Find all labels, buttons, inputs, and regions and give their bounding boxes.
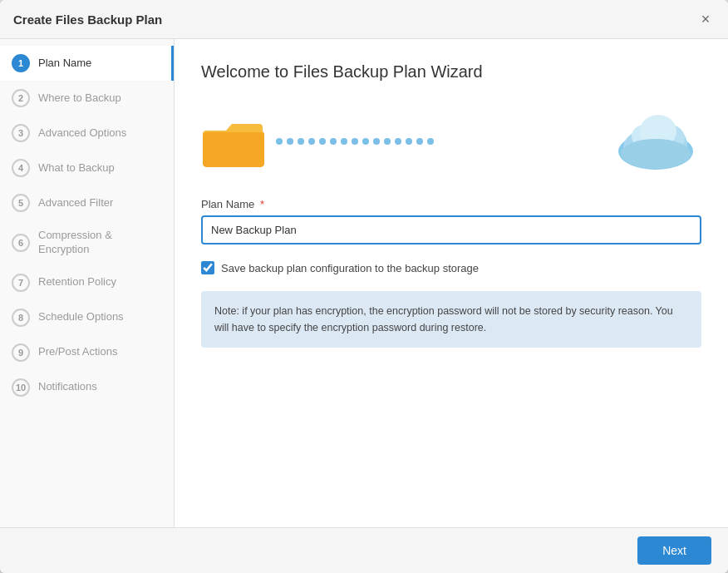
dot (319, 138, 326, 145)
dot (341, 138, 347, 145)
sidebar-item-compression-encryption[interactable]: 6 Compression & Encryption (0, 220, 174, 265)
sidebar: 1 Plan Name 2 Where to Backup 3 Advanced… (0, 39, 175, 527)
plan-name-group: Plan Name * (201, 198, 701, 245)
sidebar-label-pre-post-actions: Pre/Post Actions (38, 345, 117, 359)
dots-line (268, 140, 610, 143)
sidebar-item-what-to-backup[interactable]: 4 What to Backup (0, 151, 174, 185)
sidebar-label-retention-policy: Retention Policy (38, 275, 116, 289)
sidebar-label-plan-name: Plan Name (38, 57, 91, 71)
dot (352, 138, 358, 145)
next-button[interactable]: Next (637, 536, 711, 565)
dot (427, 138, 434, 145)
svg-point-9 (621, 139, 691, 169)
sidebar-item-schedule-options[interactable]: 8 Schedule Options (0, 300, 174, 335)
dot (362, 138, 369, 145)
dot (298, 138, 304, 145)
close-button[interactable]: × (696, 10, 715, 28)
wizard-title: Welcome to Files Backup Plan Wizard (201, 62, 701, 82)
step-number-8: 8 (12, 309, 30, 327)
dot (276, 138, 283, 145)
svg-rect-1 (203, 132, 264, 167)
cloud-icon (610, 108, 701, 175)
folder-icon (201, 112, 268, 170)
plan-name-input[interactable] (201, 215, 701, 245)
plan-name-label: Plan Name * (201, 198, 701, 210)
step-number-7: 7 (12, 274, 30, 292)
step-number-3: 3 (12, 124, 30, 142)
sidebar-label-schedule-options: Schedule Options (38, 310, 124, 324)
dot (373, 138, 380, 145)
save-config-checkbox[interactable] (201, 261, 214, 274)
dot (384, 138, 391, 145)
sidebar-item-where-to-backup[interactable]: 2 Where to Backup (0, 81, 174, 116)
dot (308, 138, 315, 145)
sidebar-item-plan-name[interactable]: 1 Plan Name (0, 46, 174, 81)
sidebar-label-where-to-backup: Where to Backup (38, 91, 121, 106)
sidebar-item-advanced-options[interactable]: 3 Advanced Options (0, 116, 174, 151)
dialog-body: 1 Plan Name 2 Where to Backup 3 Advanced… (0, 39, 728, 527)
step-number-6: 6 (12, 234, 30, 252)
sidebar-label-compression-encryption: Compression & Encryption (38, 229, 162, 257)
step-number-1: 1 (12, 54, 30, 72)
save-config-label: Save backup plan configuration to the ba… (221, 262, 479, 274)
dialog-header: Create Files Backup Plan × (0, 0, 728, 39)
sidebar-label-notifications: Notifications (38, 380, 97, 394)
sidebar-item-notifications[interactable]: 10 Notifications (0, 370, 174, 405)
sidebar-label-advanced-options: Advanced Options (38, 126, 126, 141)
save-config-checkbox-row: Save backup plan configuration to the ba… (201, 261, 701, 274)
dialog-footer: Next (0, 527, 728, 573)
required-indicator: * (257, 198, 264, 210)
dot (395, 138, 401, 145)
step-number-9: 9 (12, 343, 30, 362)
dialog-title: Create Files Backup Plan (13, 12, 162, 27)
encryption-note: Note: if your plan has encryption, the e… (201, 291, 701, 348)
sidebar-label-what-to-backup: What to Backup (38, 161, 115, 175)
step-number-5: 5 (12, 194, 30, 212)
dot (406, 138, 412, 145)
dot (330, 138, 337, 145)
sidebar-item-pre-post-actions[interactable]: 9 Pre/Post Actions (0, 335, 174, 370)
dot (287, 138, 293, 145)
step-number-10: 10 (12, 378, 30, 397)
create-backup-dialog: Create Files Backup Plan × 1 Plan Name 2… (0, 0, 728, 573)
step-number-4: 4 (12, 159, 30, 177)
step-number-2: 2 (12, 89, 30, 107)
sidebar-item-advanced-filter[interactable]: 5 Advanced Filter (0, 185, 174, 220)
wizard-illustration (201, 108, 701, 175)
sidebar-label-advanced-filter: Advanced Filter (38, 196, 113, 210)
dot (416, 138, 423, 145)
main-content: Welcome to Files Backup Plan Wizard (175, 39, 728, 527)
sidebar-item-retention-policy[interactable]: 7 Retention Policy (0, 265, 174, 300)
